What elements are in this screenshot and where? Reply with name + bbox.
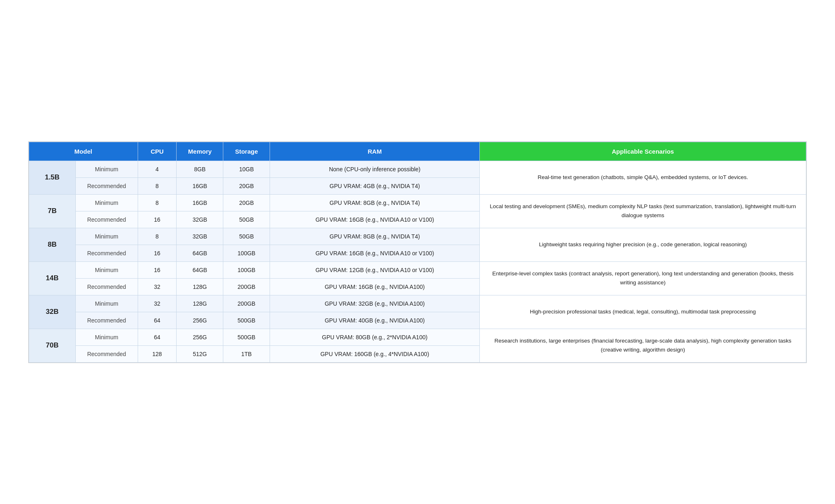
cpu-cell: 16 (138, 245, 177, 261)
header-model: Model (29, 142, 138, 161)
memory-cell: 512G (177, 345, 223, 362)
storage-cell: 500GB (223, 329, 270, 345)
type-cell: Recommended (75, 177, 138, 194)
type-cell: Minimum (75, 329, 138, 345)
memory-cell: 128G (177, 278, 223, 295)
type-cell: Recommended (75, 211, 138, 228)
type-cell: Minimum (75, 194, 138, 211)
storage-cell: 200GB (223, 295, 270, 312)
memory-cell: 64GB (177, 261, 223, 278)
model-cell: 7B (29, 194, 76, 228)
cpu-cell: 64 (138, 329, 177, 345)
type-cell: Minimum (75, 228, 138, 245)
header-memory: Memory (177, 142, 223, 161)
cpu-cell: 16 (138, 261, 177, 278)
table-row: 32BMinimum32128G200GBGPU VRAM: 32GB (e.g… (29, 295, 806, 312)
ram-cell: GPU VRAM: 32GB (e.g., NVIDIA A100) (270, 295, 480, 312)
type-cell: Minimum (75, 295, 138, 312)
ram-cell: GPU VRAM: 40GB (e.g., NVIDIA A100) (270, 312, 480, 329)
model-cell: 1.5B (29, 161, 76, 194)
table-row: 8BMinimum832GB50GBGPU VRAM: 8GB (e.g., N… (29, 228, 806, 245)
ram-cell: GPU VRAM: 160GB (e.g., 4*NVIDIA A100) (270, 345, 480, 362)
model-cell: 32B (29, 295, 76, 329)
type-cell: Recommended (75, 345, 138, 362)
ram-cell: GPU VRAM: 80GB (e.g., 2*NVIDIA A100) (270, 329, 480, 345)
table-row: 1.5BMinimum48GB10GBNone (CPU-only infere… (29, 161, 806, 177)
type-cell: Recommended (75, 245, 138, 261)
model-cell: 14B (29, 261, 76, 295)
cpu-cell: 8 (138, 194, 177, 211)
cpu-cell: 16 (138, 211, 177, 228)
type-cell: Minimum (75, 161, 138, 177)
storage-cell: 20GB (223, 177, 270, 194)
header-cpu: CPU (138, 142, 177, 161)
model-cell: 8B (29, 228, 76, 261)
cpu-cell: 64 (138, 312, 177, 329)
memory-cell: 128G (177, 295, 223, 312)
header-ram: RAM (270, 142, 480, 161)
table-row: 70BMinimum64256G500GBGPU VRAM: 80GB (e.g… (29, 329, 806, 345)
ram-cell: GPU VRAM: 16GB (e.g., NVIDIA A10 or V100… (270, 245, 480, 261)
storage-cell: 1TB (223, 345, 270, 362)
memory-cell: 32GB (177, 211, 223, 228)
header-scenarios: Applicable Scenarios (480, 142, 806, 161)
comparison-table: Model CPU Memory Storage RAM Applicable … (29, 142, 806, 363)
memory-cell: 16GB (177, 194, 223, 211)
ram-cell: GPU VRAM: 16GB (e.g., NVIDIA A100) (270, 278, 480, 295)
storage-cell: 500GB (223, 312, 270, 329)
type-cell: Minimum (75, 261, 138, 278)
type-cell: Recommended (75, 312, 138, 329)
type-cell: Recommended (75, 278, 138, 295)
scenarios-cell: Local testing and development (SMEs), me… (480, 194, 806, 228)
cpu-cell: 32 (138, 295, 177, 312)
scenarios-cell: Real-time text generation (chatbots, sim… (480, 161, 806, 194)
ram-cell: GPU VRAM: 8GB (e.g., NVIDIA T4) (270, 194, 480, 211)
memory-cell: 8GB (177, 161, 223, 177)
cpu-cell: 32 (138, 278, 177, 295)
storage-cell: 10GB (223, 161, 270, 177)
table-row: 7BMinimum816GB20GBGPU VRAM: 8GB (e.g., N… (29, 194, 806, 211)
memory-cell: 256G (177, 312, 223, 329)
memory-cell: 64GB (177, 245, 223, 261)
memory-cell: 256G (177, 329, 223, 345)
table-row: 14BMinimum1664GB100GBGPU VRAM: 12GB (e.g… (29, 261, 806, 278)
ram-cell: GPU VRAM: 8GB (e.g., NVIDIA T4) (270, 228, 480, 245)
model-cell: 70B (29, 329, 76, 362)
storage-cell: 100GB (223, 245, 270, 261)
ram-cell: GPU VRAM: 16GB (e.g., NVIDIA A10 or V100… (270, 211, 480, 228)
scenarios-cell: High-precision professional tasks (medic… (480, 295, 806, 329)
storage-cell: 50GB (223, 228, 270, 245)
ram-cell: GPU VRAM: 12GB (e.g., NVIDIA A10 or V100… (270, 261, 480, 278)
storage-cell: 50GB (223, 211, 270, 228)
scenarios-cell: Research institutions, large enterprises… (480, 329, 806, 362)
main-table-wrapper: Model CPU Memory Storage RAM Applicable … (28, 141, 807, 363)
header-storage: Storage (223, 142, 270, 161)
ram-cell: None (CPU-only inference possible) (270, 161, 480, 177)
memory-cell: 32GB (177, 228, 223, 245)
storage-cell: 100GB (223, 261, 270, 278)
scenarios-cell: Enterprise-level complex tasks (contract… (480, 261, 806, 295)
storage-cell: 200GB (223, 278, 270, 295)
cpu-cell: 8 (138, 228, 177, 245)
storage-cell: 20GB (223, 194, 270, 211)
memory-cell: 16GB (177, 177, 223, 194)
scenarios-cell: Lightweight tasks requiring higher preci… (480, 228, 806, 261)
cpu-cell: 8 (138, 177, 177, 194)
header-row: Model CPU Memory Storage RAM Applicable … (29, 142, 806, 161)
ram-cell: GPU VRAM: 4GB (e.g., NVIDIA T4) (270, 177, 480, 194)
cpu-cell: 4 (138, 161, 177, 177)
cpu-cell: 128 (138, 345, 177, 362)
